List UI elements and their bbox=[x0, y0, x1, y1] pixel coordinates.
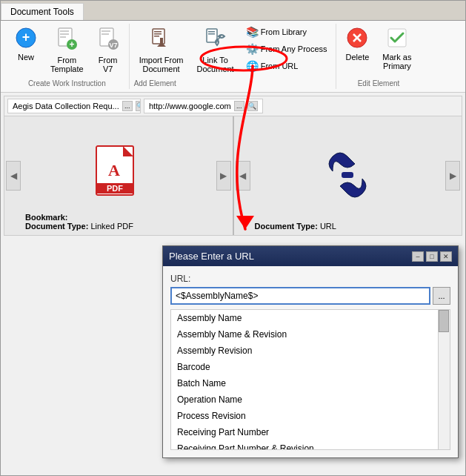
list-item-assembly-name-revision[interactable]: Assembly Name & Revision bbox=[171, 326, 450, 343]
from-template-label: FromTemplate bbox=[50, 56, 84, 73]
from-library-button[interactable]: 📚 From Library bbox=[242, 24, 331, 40]
from-template-button[interactable]: + FromTemplate bbox=[45, 24, 89, 77]
from-v7-icon: V7 bbox=[98, 27, 119, 54]
mark-as-primary-label: Mark asPrimary bbox=[382, 53, 411, 70]
doc-tabs-row: Aegis Data Collection Requ... ... 🔍 http… bbox=[4, 96, 462, 116]
from-template-icon: + bbox=[56, 27, 77, 54]
url-browse-button[interactable]: ... bbox=[433, 287, 450, 305]
doc-tab-1-browse[interactable]: ... bbox=[122, 101, 133, 111]
doc-type-label-pdf: Document Type: bbox=[25, 222, 90, 231]
from-url-label: From URL bbox=[261, 62, 299, 70]
url-doc-type: Document Type: URL bbox=[255, 222, 336, 231]
from-library-label: From Library bbox=[261, 27, 307, 36]
create-group-label: Create Work Instruction bbox=[28, 79, 106, 89]
svg-rect-4 bbox=[60, 33, 69, 35]
doc-tab-2[interactable]: http://www.google.com ... 🔍 bbox=[144, 99, 263, 113]
svg-text:A: A bbox=[108, 161, 120, 179]
dialog-titlebar: Please Enter a URL – □ ✕ bbox=[163, 246, 458, 266]
url-variables-list[interactable]: Assembly Name Assembly Name & Revision A… bbox=[170, 309, 450, 450]
import-from-document-icon bbox=[151, 27, 172, 54]
from-url-button[interactable]: 🌐 From URL bbox=[242, 58, 331, 74]
svg-rect-20 bbox=[208, 31, 215, 33]
svg-rect-21 bbox=[208, 33, 215, 35]
import-from-document-label: Import FromDocument bbox=[139, 56, 184, 73]
ribbon-group-create: + New + bbox=[5, 24, 130, 89]
list-item-operation-name[interactable]: Operation Name bbox=[171, 391, 450, 408]
doc-tab-1-label: Aegis Data Collection Requ... bbox=[13, 102, 119, 110]
doc-type-value-pdf: Linked PDF bbox=[90, 222, 133, 231]
svg-text:PDF: PDF bbox=[107, 184, 123, 193]
dialog-close-button[interactable]: ✕ bbox=[440, 251, 452, 262]
link-icon bbox=[318, 145, 377, 207]
doc-type-value-url: URL bbox=[320, 222, 336, 231]
ribbon-tab-document-tools[interactable]: Document Tools bbox=[1, 3, 84, 20]
doc-tab-1[interactable]: Aegis Data Collection Requ... ... 🔍 bbox=[7, 99, 141, 113]
mark-as-primary-button[interactable]: Mark asPrimary bbox=[377, 24, 416, 74]
add-element-buttons: Import FromDocument Link ToDocumen bbox=[134, 24, 331, 77]
doc-panels: ◀ A PDF Bookmark: bbox=[4, 116, 462, 235]
delete-button[interactable]: Delete bbox=[341, 24, 375, 65]
dialog-restore-button[interactable]: □ bbox=[426, 251, 438, 262]
svg-rect-3 bbox=[60, 30, 69, 32]
link-to-document-button[interactable]: Link ToDocument bbox=[192, 24, 239, 77]
new-button[interactable]: + New bbox=[10, 24, 42, 65]
url-dialog: Please Enter a URL – □ ✕ URL: ... Assemb… bbox=[162, 245, 459, 458]
ribbon-content: + New + bbox=[1, 21, 465, 93]
pdf-icon: A PDF bbox=[95, 145, 142, 201]
svg-rect-14 bbox=[154, 31, 162, 33]
add-element-group-label: Add Element bbox=[134, 79, 176, 89]
svg-rect-10 bbox=[101, 33, 109, 35]
from-any-process-label: From Any Process bbox=[261, 44, 327, 53]
list-item-assembly-name[interactable]: Assembly Name bbox=[171, 310, 450, 326]
svg-rect-5 bbox=[60, 36, 66, 38]
list-scrollbar[interactable] bbox=[438, 310, 450, 449]
ribbon-group-edit-element: Delete Mark asPrimary Edit Element bbox=[336, 24, 422, 89]
svg-rect-15 bbox=[154, 33, 162, 35]
from-v7-label: FromV7 bbox=[99, 56, 118, 73]
list-item-receiving-part-number-revision[interactable]: Receiving Part Number & Revision bbox=[171, 440, 450, 450]
stacked-buttons: 📚 From Library ⚙️ From Any Process 🌐 Fro… bbox=[242, 24, 331, 74]
doc-tab-1-search[interactable]: 🔍 bbox=[136, 101, 141, 111]
create-buttons: + New + bbox=[10, 24, 124, 77]
dialog-minimize-button[interactable]: – bbox=[412, 251, 424, 262]
svg-rect-16 bbox=[154, 36, 159, 37]
list-item-assembly-revision[interactable]: Assembly Revision bbox=[171, 343, 450, 359]
from-any-process-icon: ⚙️ bbox=[246, 43, 259, 55]
dialog-body: URL: ... Assembly Name Assembly Name & R… bbox=[163, 266, 458, 457]
url-input[interactable] bbox=[170, 287, 430, 305]
url-input-row: ... bbox=[170, 287, 450, 305]
from-any-process-button[interactable]: ⚙️ From Any Process bbox=[242, 41, 331, 57]
from-url-icon: 🌐 bbox=[246, 60, 259, 72]
doc-panel-pdf: ◀ A PDF Bookmark: bbox=[4, 116, 234, 235]
nav-arrow-left-url[interactable]: ◀ bbox=[236, 161, 250, 191]
delete-icon bbox=[347, 27, 367, 51]
dialog-title: Please Enter a URL bbox=[169, 251, 254, 262]
svg-rect-32 bbox=[342, 172, 353, 178]
scrollbar-thumb[interactable] bbox=[439, 310, 449, 332]
doc-tab-2-browse[interactable]: ... bbox=[234, 101, 244, 111]
nav-arrow-right-pdf[interactable]: ▶ bbox=[216, 161, 231, 191]
doc-tab-2-search[interactable]: 🔍 bbox=[247, 101, 258, 111]
list-item-receiving-part-number[interactable]: Receiving Part Number bbox=[171, 424, 450, 440]
doc-tab-2-label: http://www.google.com bbox=[149, 102, 231, 110]
from-v7-button[interactable]: V7 FromV7 bbox=[92, 24, 124, 77]
doc-type-label-url: Document Type: bbox=[255, 222, 320, 231]
link-to-document-label: Link ToDocument bbox=[197, 56, 234, 73]
svg-text:+: + bbox=[70, 39, 75, 50]
new-label: New bbox=[18, 53, 34, 62]
pdf-bookmark: Bookmark: Document Type: Linked PDF bbox=[25, 213, 133, 231]
list-item-batch-name[interactable]: Batch Name bbox=[171, 375, 450, 391]
new-icon: + bbox=[16, 27, 36, 51]
import-from-document-button[interactable]: Import FromDocument bbox=[134, 24, 189, 77]
svg-text:V7: V7 bbox=[109, 42, 117, 49]
list-item-process-revision[interactable]: Process Revision bbox=[171, 408, 450, 424]
delete-label: Delete bbox=[346, 53, 370, 62]
svg-rect-18 bbox=[160, 38, 163, 44]
list-item-barcode[interactable]: Barcode bbox=[171, 359, 450, 375]
from-library-icon: 📚 bbox=[246, 26, 259, 38]
svg-rect-9 bbox=[101, 30, 110, 32]
nav-arrow-left-pdf[interactable]: ◀ bbox=[6, 161, 21, 191]
mark-as-primary-icon bbox=[387, 27, 407, 51]
nav-arrow-right-url[interactable]: ▶ bbox=[445, 161, 460, 191]
bookmark-label: Bookmark: bbox=[25, 213, 67, 222]
